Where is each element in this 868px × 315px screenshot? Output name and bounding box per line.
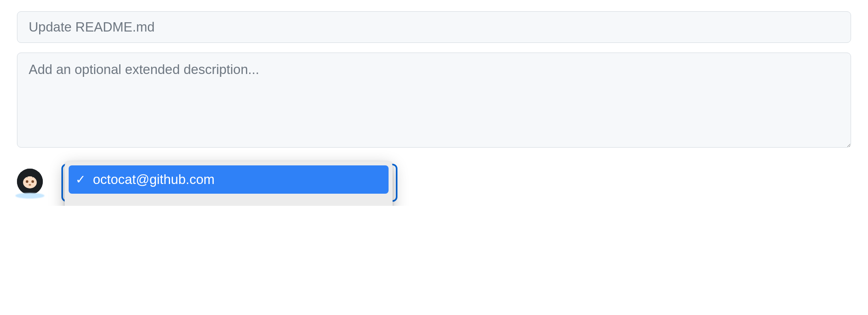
commit-title-input[interactable] [17,11,851,43]
commit-author-row: ✓ octocat@github.com it [17,166,851,194]
obscured-trailing-text: it [397,204,404,206]
svg-point-1 [23,176,37,188]
svg-point-4 [29,184,31,186]
author-email-option[interactable]: ✓ octocat@github.com [69,165,389,194]
check-icon: ✓ [75,173,86,186]
svg-point-3 [32,180,34,183]
commit-description-textarea[interactable] [17,53,851,148]
author-email-option-label: octocat@github.com [93,172,214,187]
svg-rect-5 [26,189,34,194]
svg-point-2 [26,180,28,183]
author-avatar [17,169,43,194]
author-email-dropdown: ✓ octocat@github.com [65,161,393,206]
